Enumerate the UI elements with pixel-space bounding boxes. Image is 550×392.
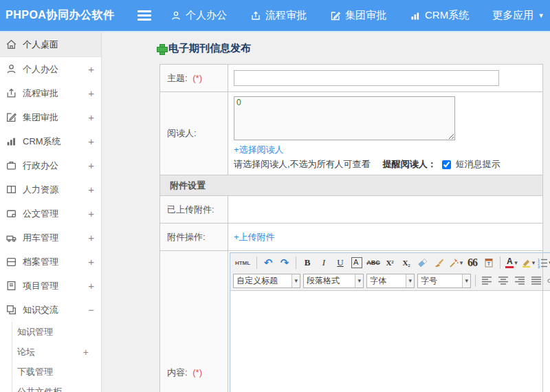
upload-attachment-link[interactable]: +上传附件 — [234, 232, 275, 242]
plus-icon — [157, 44, 166, 54]
sidebar-item-vehicles[interactable]: 用车管理 + — [0, 226, 101, 250]
nav-workflow-approval[interactable]: 流程审批 — [250, 9, 307, 22]
caret-down-icon: ▾ — [292, 274, 300, 287]
expand-plus[interactable]: + — [88, 160, 94, 171]
attachment-section-row: 附件设置 — [160, 175, 543, 196]
flow-icon — [6, 87, 17, 99]
project-icon — [6, 280, 17, 292]
underline-button[interactable]: U — [333, 255, 348, 270]
sidebar-item-projects[interactable]: 项目管理 + — [0, 274, 101, 298]
editor-content-area[interactable] — [230, 291, 550, 392]
custom-heading-select[interactable]: 自定义标题▾ — [233, 274, 300, 288]
caret-down-icon: ▾ — [406, 274, 414, 287]
link-icon[interactable] — [545, 273, 550, 288]
chart-icon — [6, 135, 17, 147]
sidebar-item-label: 档案管理 — [23, 256, 88, 268]
ordered-list-icon[interactable]: 123▾ — [537, 255, 550, 270]
sidebar-item-label: 行政办公 — [23, 160, 88, 172]
editor-toolbar: HTML ↶ ↷ B I U A ABC X² — [230, 253, 550, 291]
readers-hint-text: 请选择阅读人,不选为所有人可查看 — [234, 158, 371, 171]
hamburger-menu-icon[interactable] — [138, 10, 151, 21]
svg-text:3: 3 — [538, 265, 540, 269]
home-icon — [6, 39, 17, 50]
sidebar-subitem-public-files[interactable]: 公共文件柜 — [12, 382, 101, 392]
eraser-icon[interactable] — [415, 255, 430, 270]
font-family-select[interactable]: 字体▾ — [366, 274, 415, 288]
paste-as-text-icon[interactable]: T — [481, 255, 496, 270]
sidebar-item-personal-office[interactable]: 个人办公 + — [0, 57, 101, 81]
caret-down-icon: ▾ — [462, 274, 470, 287]
format-painter-icon[interactable] — [432, 255, 447, 270]
subject-input[interactable] — [234, 70, 499, 86]
superscript-button[interactable]: X² — [382, 255, 397, 270]
nav-group-approval[interactable]: 集团审批 — [330, 9, 386, 22]
expand-plus[interactable]: + — [83, 347, 89, 358]
edit-icon — [6, 111, 17, 123]
bold-button[interactable]: B — [300, 255, 315, 270]
readers-row: 阅读人: 0 +选择阅读人 请选择阅读人,不选为所有人可查看 提醒阅读人： 短消… — [160, 92, 543, 175]
sidebar-item-label: 个人办公 — [23, 63, 88, 76]
sidebar-item-workflow-approval[interactable]: 流程审批 + — [0, 81, 101, 105]
font-bg-button[interactable]: A — [349, 255, 364, 270]
font-size-select[interactable]: 字号▾ — [417, 274, 471, 288]
nav-more-apps[interactable]: 更多应用 ▾ — [492, 9, 543, 22]
caret-down-icon: ▾ — [355, 274, 363, 287]
sidebar-item-crm[interactable]: CRM系统 + — [0, 129, 101, 153]
uploaded-attachments-row: 已上传附件: — [160, 196, 543, 224]
expand-plus[interactable]: + — [88, 111, 94, 123]
sidebar-item-hr[interactable]: 人力资源 + — [0, 177, 101, 202]
select-readers-link[interactable]: +选择阅读人 — [234, 144, 284, 156]
paragraph-format-select[interactable]: 段落格式▾ — [303, 274, 364, 288]
nav-crm-system[interactable]: CRM系统 — [410, 9, 469, 22]
nav-personal-office[interactable]: 个人办公 — [170, 9, 227, 22]
align-left-icon[interactable] — [479, 273, 494, 288]
sidebar-item-label: 流程审批 — [23, 87, 88, 100]
redo-icon[interactable]: ↷ — [277, 255, 292, 270]
user-icon — [6, 63, 17, 75]
sidebar-item-label: 集团审批 — [23, 111, 88, 124]
align-center-icon[interactable] — [496, 273, 511, 288]
expand-plus[interactable]: + — [88, 184, 94, 195]
sidebar-item-label: CRM系统 — [23, 135, 88, 148]
sidebar-subitem-forum[interactable]: 论坛 + — [12, 342, 101, 362]
expand-plus[interactable]: + — [88, 280, 94, 292]
sidebar-item-label: 人力资源 — [23, 184, 88, 196]
sidebar-item-admin-office[interactable]: 行政办公 + — [0, 153, 101, 177]
sidebar-subitem-knowledge-mgmt[interactable]: 知识管理 — [12, 322, 101, 342]
expand-plus[interactable]: + — [88, 208, 94, 219]
undo-icon[interactable]: ↶ — [261, 255, 276, 270]
blockquote-button[interactable]: 66 — [465, 255, 480, 270]
sms-notify-label: 短消息提示 — [456, 158, 500, 171]
sidebar-item-knowledge[interactable]: 知识交流 − — [0, 298, 101, 322]
top-header: PHPOA协同办公软件 个人办公 流程审批 集团审批 CRM系统 更多应用 ▾ — [0, 0, 550, 31]
sidebar-item-archives[interactable]: 档案管理 + — [0, 250, 101, 274]
sidebar-subitem-downloads[interactable]: 下载管理 — [12, 362, 101, 382]
font-color-button[interactable]: A▾ — [504, 255, 519, 270]
sms-notify-checkbox[interactable] — [442, 160, 451, 169]
car-icon — [6, 232, 17, 243]
page-title: 电子期刊信息发布 — [168, 42, 251, 55]
archive-icon — [6, 256, 17, 268]
strikethrough-button[interactable]: ABC — [366, 255, 381, 270]
uploaded-attachments-value — [228, 196, 543, 224]
align-right-icon[interactable] — [512, 273, 527, 288]
expand-plus[interactable]: + — [88, 232, 94, 243]
expand-plus[interactable]: + — [88, 63, 94, 75]
uploaded-attachments-label: 已上传附件: — [160, 196, 228, 224]
italic-button[interactable]: I — [316, 255, 331, 270]
sidebar-item-group-approval[interactable]: 集团审批 + — [0, 105, 101, 129]
html-source-button[interactable]: HTML — [232, 255, 253, 270]
collapse-minus[interactable]: − — [88, 304, 94, 316]
expand-plus[interactable]: + — [88, 135, 94, 147]
subscript-button[interactable]: X₂ — [399, 255, 414, 270]
readers-label-cell: 阅读人: — [160, 92, 228, 175]
align-justify-icon[interactable] — [529, 273, 544, 288]
readers-textarea[interactable]: 0 — [234, 96, 455, 140]
sidebar-item-documents[interactable]: 公文管理 + — [0, 202, 101, 226]
expand-plus[interactable]: + — [88, 256, 94, 268]
expand-plus[interactable]: + — [88, 87, 94, 99]
sidebar-item-desktop[interactable]: 个人桌面 — [0, 32, 101, 57]
auto-format-icon[interactable]: ▾ — [448, 255, 463, 270]
caret-down-icon: ▾ — [539, 11, 543, 20]
highlight-color-icon[interactable]: ▾ — [520, 255, 536, 270]
